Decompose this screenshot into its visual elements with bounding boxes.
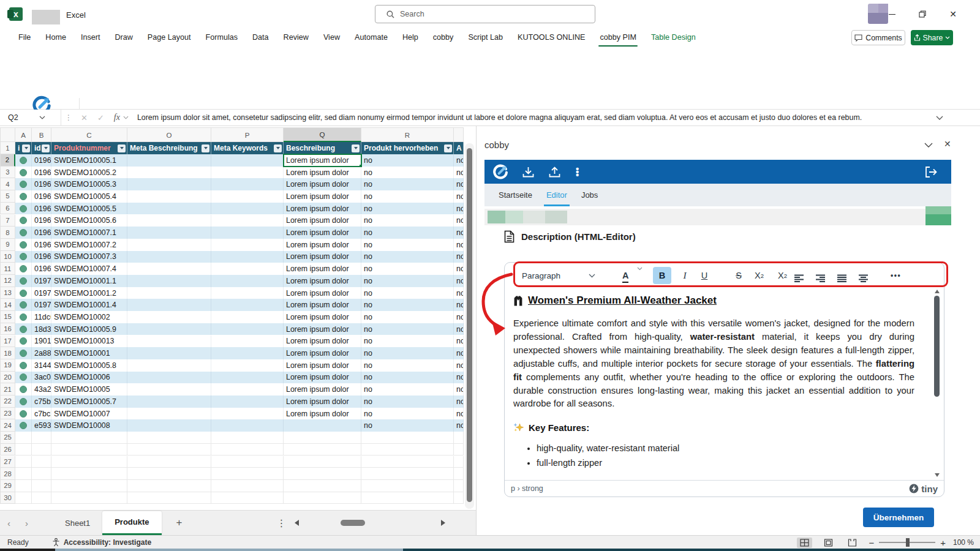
selected-cell-q2[interactable]: Lorem ipsum dolor bbox=[283, 154, 362, 167]
zoom-level[interactable]: 100 % bbox=[953, 538, 974, 547]
cell-meta-beschreibung[interactable] bbox=[127, 299, 211, 311]
table-header-beschreibung[interactable]: Beschreibung bbox=[284, 142, 361, 154]
empty-cell[interactable] bbox=[51, 492, 127, 504]
cell-extra[interactable]: no bbox=[454, 251, 464, 263]
cell-status[interactable] bbox=[15, 335, 32, 348]
zoom-slider[interactable] bbox=[879, 542, 935, 543]
element-path[interactable]: p › strong bbox=[511, 484, 543, 493]
cell-status[interactable] bbox=[15, 178, 32, 190]
ribbon-tab-data[interactable]: Data bbox=[245, 28, 276, 47]
empty-cell[interactable] bbox=[127, 468, 211, 480]
cell-produktnummer[interactable]: SWDEMO10007 bbox=[51, 408, 127, 420]
hscroll-right-icon[interactable] bbox=[441, 520, 445, 526]
row-header-30[interactable]: 30 bbox=[0, 492, 15, 504]
cell-produktnummer[interactable]: SWDEMO10008 bbox=[51, 419, 127, 432]
cell-meta-beschreibung[interactable] bbox=[127, 335, 211, 348]
ribbon-tab-draw[interactable]: Draw bbox=[107, 28, 140, 47]
enter-icon[interactable]: ✓ bbox=[92, 113, 109, 122]
empty-cell[interactable] bbox=[454, 456, 464, 468]
pane-tab-startseite[interactable]: Startseite bbox=[499, 184, 532, 206]
row-header-20[interactable]: 20 bbox=[0, 372, 15, 384]
ribbon-tab-review[interactable]: Review bbox=[276, 28, 316, 47]
empty-cell[interactable] bbox=[15, 480, 32, 492]
cell-produkt-hervorheben[interactable]: no bbox=[361, 311, 454, 323]
horizontal-scrollbar[interactable] bbox=[304, 519, 436, 527]
filter-dropdown-icon[interactable] bbox=[202, 144, 209, 152]
cell-status[interactable] bbox=[15, 154, 32, 167]
ribbon-tab-automate[interactable]: Automate bbox=[347, 28, 395, 47]
cell-produkt-hervorheben[interactable]: no bbox=[361, 372, 454, 384]
cell-meta-keywords[interactable] bbox=[211, 275, 284, 287]
empty-cell[interactable] bbox=[32, 480, 51, 492]
empty-cell[interactable] bbox=[284, 444, 361, 456]
ribbon-tab-script-lab[interactable]: Script Lab bbox=[461, 28, 510, 47]
empty-cell[interactable] bbox=[361, 492, 454, 504]
minimize-button[interactable] bbox=[878, 0, 906, 28]
add-sheet-button[interactable]: + bbox=[162, 517, 197, 529]
cell-meta-beschreibung[interactable] bbox=[127, 275, 211, 287]
cell-status[interactable] bbox=[15, 419, 32, 432]
ribbon-tab-page-layout[interactable]: Page Layout bbox=[140, 28, 198, 47]
cell-meta-keywords[interactable] bbox=[211, 395, 284, 408]
cell-id[interactable]: 01969 bbox=[32, 203, 51, 215]
ribbon-tab-file[interactable]: File bbox=[11, 28, 38, 47]
cell-produkt-hervorheben[interactable]: no bbox=[361, 190, 454, 203]
cell-extra[interactable]: no bbox=[454, 359, 464, 372]
cell-id[interactable]: 43a23 bbox=[32, 383, 51, 395]
cell-produkt-hervorheben[interactable]: no bbox=[361, 178, 454, 190]
column-header-A[interactable]: A bbox=[15, 127, 32, 142]
row-header-24[interactable]: 24 bbox=[0, 419, 15, 432]
cell-produktnummer[interactable]: SWDEMO10005.7 bbox=[51, 395, 127, 408]
upload-icon[interactable] bbox=[548, 166, 561, 178]
ribbon-tab-cobby[interactable]: cobby bbox=[426, 28, 461, 47]
empty-cell[interactable] bbox=[51, 432, 127, 444]
cell-extra[interactable]: no bbox=[454, 419, 464, 432]
cell-produktnummer[interactable]: SWDEMO10005.8 bbox=[51, 359, 127, 372]
cell-id[interactable]: 19010 bbox=[32, 335, 51, 348]
cell-meta-beschreibung[interactable] bbox=[127, 395, 211, 408]
cell-extra[interactable]: no bbox=[454, 215, 464, 227]
empty-cell[interactable] bbox=[454, 444, 464, 456]
cell-extra[interactable]: no bbox=[454, 311, 464, 323]
cell-meta-keywords[interactable] bbox=[211, 167, 284, 179]
empty-cell[interactable] bbox=[284, 456, 361, 468]
expand-formula-bar-icon[interactable] bbox=[936, 116, 943, 120]
cell-produktnummer[interactable]: SWDEMO10005.4 bbox=[51, 190, 127, 203]
cell-meta-beschreibung[interactable] bbox=[127, 359, 211, 372]
search-input[interactable]: Search bbox=[375, 5, 595, 23]
cell-extra[interactable]: no bbox=[454, 190, 464, 203]
cancel-icon[interactable]: ✕ bbox=[76, 113, 92, 122]
cell-produktnummer[interactable]: SWDEMO10006 bbox=[51, 372, 127, 384]
empty-cell[interactable] bbox=[32, 468, 51, 480]
select-all-corner[interactable] bbox=[0, 127, 15, 142]
cell-id[interactable]: c75b6 bbox=[32, 395, 51, 408]
cell-status[interactable] bbox=[15, 203, 32, 215]
cell-meta-beschreibung[interactable] bbox=[127, 419, 211, 432]
row-header-6[interactable]: 6 bbox=[0, 203, 15, 215]
page-break-view-button[interactable] bbox=[845, 538, 860, 548]
cell-produkt-hervorheben[interactable]: no bbox=[361, 335, 454, 348]
cell-produktnummer[interactable]: SWDEMO10001.1 bbox=[51, 275, 127, 287]
cell-extra[interactable]: no bbox=[454, 335, 464, 348]
table-header-produktnummer[interactable]: Produktnummer bbox=[51, 142, 127, 154]
cell-meta-keywords[interactable] bbox=[211, 408, 284, 420]
cell-extra[interactable]: no bbox=[454, 203, 464, 215]
cell-status[interactable] bbox=[15, 299, 32, 311]
formula-input[interactable]: Lorem ipsum dolor sit amet, consetetur s… bbox=[137, 113, 931, 122]
close-button[interactable]: ✕ bbox=[939, 0, 967, 28]
apply-button[interactable]: Übernehmen bbox=[863, 508, 934, 527]
cell-meta-keywords[interactable] bbox=[211, 203, 284, 215]
cell-id[interactable]: 01969 bbox=[32, 215, 51, 227]
row-header-13[interactable]: 13 bbox=[0, 287, 15, 299]
pane-close-icon[interactable]: ✕ bbox=[944, 139, 951, 149]
cell-produkt-hervorheben[interactable]: no bbox=[361, 215, 454, 227]
cell-beschreibung[interactable]: Lorem ipsum dolor bbox=[284, 299, 361, 311]
scroll-thumb[interactable] bbox=[934, 296, 940, 397]
cell-status[interactable] bbox=[15, 347, 32, 359]
column-header-R[interactable]: R bbox=[361, 127, 454, 142]
cell-id[interactable]: e5930 bbox=[32, 419, 51, 432]
cell-produkt-hervorheben[interactable]: no bbox=[361, 347, 454, 359]
cell-extra[interactable]: no bbox=[454, 347, 464, 359]
zoom-out-button[interactable]: − bbox=[869, 538, 874, 548]
comments-button[interactable]: Comments bbox=[851, 30, 905, 45]
